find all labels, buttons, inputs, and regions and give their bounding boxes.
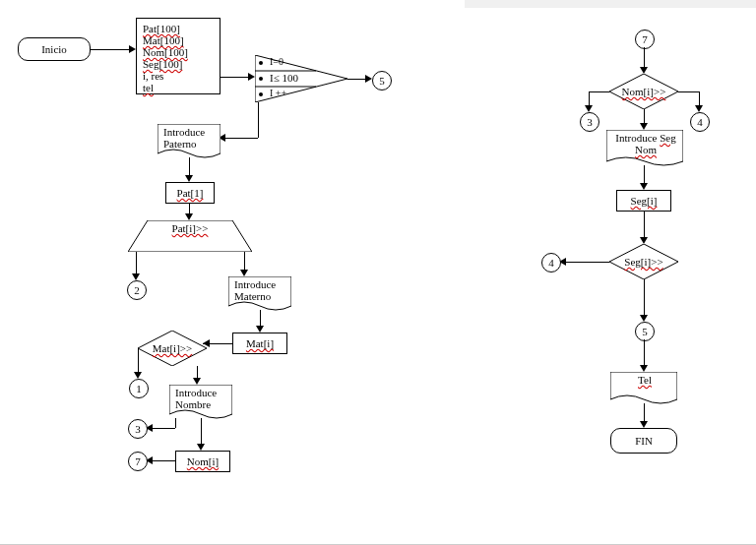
prompt-paterno-label: Introduce Paterno: [163, 126, 217, 150]
connector-4a: 4: [690, 112, 710, 132]
pat-decision-label: Pat[i]>>: [128, 222, 252, 234]
end-terminator: FIN: [610, 428, 677, 454]
end-label: FIN: [635, 435, 653, 447]
connector-4b: 4: [541, 253, 561, 272]
prompt-seg-nom: Introduce SegNom: [606, 130, 683, 167]
page-header-band: [465, 0, 756, 8]
svg-point-3: [259, 61, 263, 65]
svg-point-5: [259, 92, 263, 96]
mat-box: Mat[i]: [232, 333, 287, 354]
seg-box: Seg[i]: [616, 190, 671, 212]
seg-decision: Seg[i]>>: [609, 244, 678, 279]
prompt-seg-nom-label: Introduce SegNom: [612, 132, 679, 155]
connector-5b: 5: [635, 322, 655, 341]
start-label: Inicio: [41, 43, 67, 55]
connector-5a: 5: [372, 71, 392, 91]
prompt-materno-label: Introduce Materno: [234, 278, 287, 302]
mat-decision-label: Mat[i]>>: [153, 342, 193, 354]
tel-label: Tel: [638, 374, 652, 386]
seg-label: Seg[i]: [631, 195, 658, 207]
seg-decision-label: Seg[i]>>: [624, 256, 662, 268]
connector-1: 1: [129, 379, 149, 398]
connector-7a: 7: [128, 452, 148, 471]
connector-3b: 3: [580, 112, 599, 132]
mat-decision: Mat[i]>>: [138, 331, 207, 366]
prompt-materno: Introduce Materno: [228, 276, 291, 312]
connector-3a: 3: [128, 419, 148, 439]
start-terminator: Inicio: [18, 37, 91, 61]
declarations-box: Pat[100] Mat[100] Nom[100] Seg[100] i, r…: [136, 18, 220, 94]
pat-decision: Pat[i]>>: [128, 220, 252, 252]
tel-doc: Tel: [610, 372, 677, 405]
svg-point-4: [259, 77, 263, 81]
pat1-label: Pat[1]: [177, 187, 204, 199]
prompt-paterno: Introduce Paterno: [158, 124, 220, 159]
connector-2: 2: [127, 280, 147, 300]
nom-decision-label: Nom[i]>>: [622, 86, 666, 97]
mat-label: Mat[i]: [246, 337, 274, 349]
pat1-box: Pat[1]: [165, 182, 215, 204]
loop-step: I ++: [270, 88, 286, 98]
loop-box: I=0 I≤ 100 I ++: [255, 55, 347, 102]
nom-label: Nom[i]: [187, 455, 219, 467]
connector-7b: 7: [635, 30, 655, 49]
loop-cond: I≤ 100: [270, 72, 298, 84]
declarations-text: Pat[100] Mat[100] Nom[100] Seg[100] i, r…: [143, 23, 188, 93]
loop-init: I=0: [270, 56, 284, 67]
prompt-nombre-label: Introduce Nombre: [175, 387, 228, 410]
prompt-nombre: Introduce Nombre: [169, 385, 232, 420]
nom-box: Nom[i]: [175, 451, 230, 472]
nom-decision: Nom[i]>>: [609, 74, 678, 109]
flowchart-diagram: Inicio Pat[100] Mat[100] Nom[100] Seg[10…: [0, 0, 756, 545]
